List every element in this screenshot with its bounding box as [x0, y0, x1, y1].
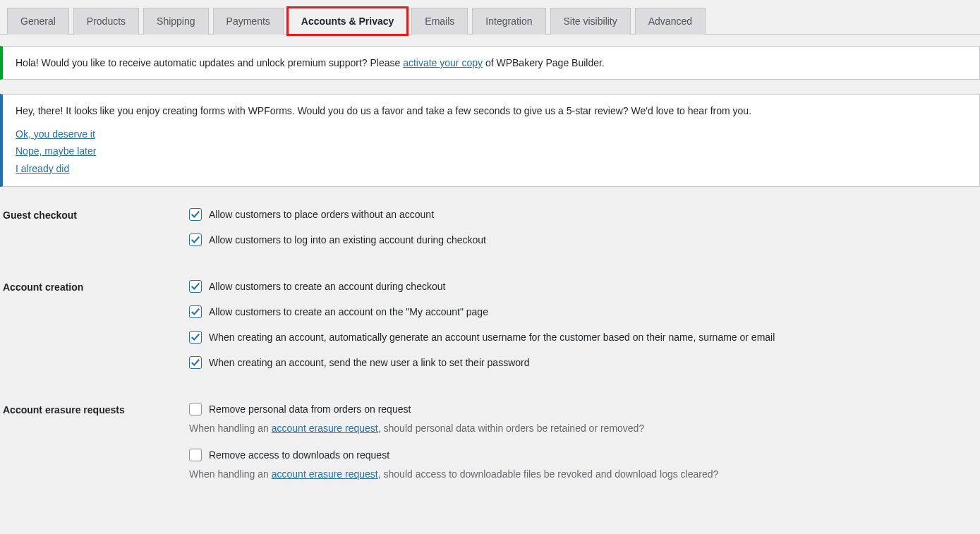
review-already-link[interactable]: I already did [16, 161, 967, 176]
remove-downloads-label[interactable]: Remove access to downloads on request [209, 449, 389, 461]
erasure-help-2-prefix: When handling an [189, 468, 272, 480]
tab-emails[interactable]: Emails [411, 8, 468, 35]
remove-downloads-checkbox[interactable] [189, 449, 202, 461]
erasure-request-link-2[interactable]: account erasure request [272, 468, 378, 480]
account-erasure-label: Account erasure requests [3, 403, 189, 415]
activate-copy-link[interactable]: activate your copy [403, 57, 483, 68]
notice-wpbakery-text-prefix: Hola! Would you like to receive automati… [16, 57, 403, 68]
tab-site-visibility[interactable]: Site visibility [550, 8, 631, 35]
password-link-checkbox[interactable] [189, 356, 202, 369]
guest-orders-label[interactable]: Allow customers to place orders without … [209, 209, 434, 220]
guest-login-checkbox[interactable] [189, 233, 202, 246]
guest-checkout-label: Guest checkout [3, 208, 189, 221]
guest-login-label[interactable]: Allow customers to log into an existing … [209, 234, 486, 245]
review-ok-link[interactable]: Ok, you deserve it [16, 126, 967, 142]
auto-username-label[interactable]: When creating an account, automatically … [209, 332, 775, 343]
guest-orders-checkbox[interactable] [189, 208, 202, 221]
tab-general[interactable]: General [7, 8, 69, 35]
tab-accounts-privacy[interactable]: Accounts & Privacy [288, 8, 408, 35]
settings-tabs: General Products Shipping Payments Accou… [0, 0, 980, 35]
auto-username-checkbox[interactable] [189, 331, 202, 344]
remove-personal-data-checkbox[interactable] [189, 403, 202, 415]
tab-shipping[interactable]: Shipping [143, 8, 209, 35]
erasure-help-1-prefix: When handling an [189, 423, 272, 434]
erasure-help-2-suffix: , should access to downloadable files be… [378, 468, 719, 480]
tab-integration[interactable]: Integration [472, 8, 545, 35]
notice-wpforms: Hey, there! It looks like you enjoy crea… [0, 94, 980, 187]
password-link-label[interactable]: When creating an account, send the new u… [209, 357, 529, 368]
remove-personal-data-label[interactable]: Remove personal data from orders on requ… [209, 403, 411, 415]
create-account-checkout-label[interactable]: Allow customers to create an account dur… [209, 281, 445, 292]
tab-products[interactable]: Products [73, 8, 139, 35]
erasure-request-link-1[interactable]: account erasure request [272, 423, 378, 434]
erasure-help-2: When handling an account erasure request… [189, 467, 980, 482]
create-account-myaccount-checkbox[interactable] [189, 305, 202, 318]
review-nope-link[interactable]: Nope, maybe later [16, 143, 967, 159]
create-account-checkout-checkbox[interactable] [189, 280, 202, 293]
notice-wpforms-text: Hey, there! It looks like you enjoy crea… [16, 103, 967, 119]
erasure-help-1: When handling an account erasure request… [189, 421, 980, 436]
tab-payments[interactable]: Payments [213, 8, 284, 35]
notice-wpbakery-text-suffix: of WPBakery Page Builder. [483, 57, 605, 68]
erasure-help-1-suffix: , should personal data within orders be … [378, 423, 644, 434]
tab-advanced[interactable]: Advanced [635, 8, 706, 35]
create-account-myaccount-label[interactable]: Allow customers to create an account on … [209, 306, 488, 317]
notice-wpbakery: Hola! Would you like to receive automati… [0, 46, 980, 80]
account-creation-label: Account creation [3, 280, 189, 293]
